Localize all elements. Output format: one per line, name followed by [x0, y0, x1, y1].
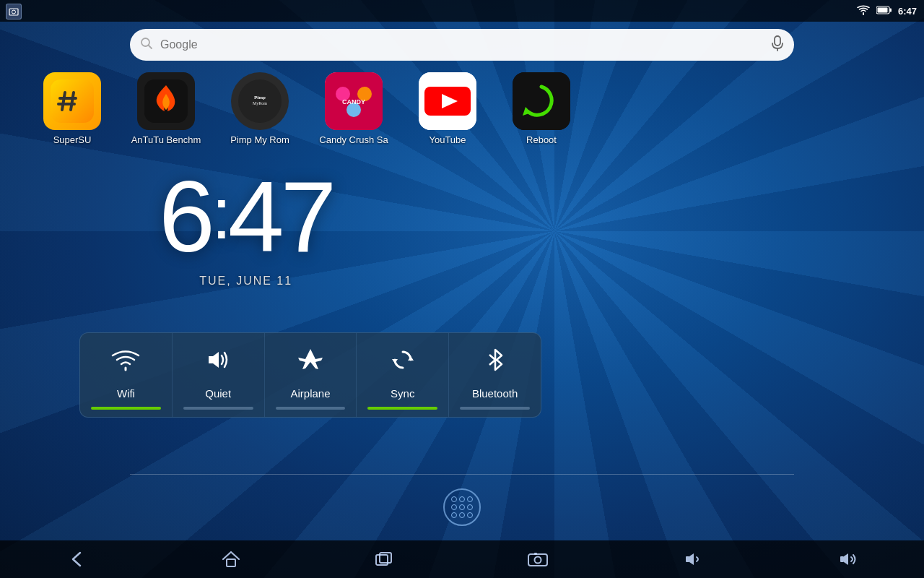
clock-time: 6:47 — [159, 166, 333, 267]
qs-wifi[interactable]: Wifi — [80, 333, 173, 417]
app-youtube[interactable]: YouTube — [411, 72, 484, 145]
app-icon-youtube — [419, 72, 476, 130]
app-icon-supersu — [43, 72, 101, 130]
qs-bluetooth-indicator — [460, 407, 530, 410]
clock-date: TUE, JUNE 11 — [159, 275, 333, 288]
app-label-youtube: YouTube — [411, 134, 484, 145]
search-input[interactable] — [160, 38, 764, 51]
status-bar-time: 6:47 — [898, 6, 917, 17]
app-pimp[interactable]: Pimp MyRom Pimp My Rom — [224, 72, 296, 145]
svg-rect-41 — [840, 556, 844, 562]
app-icon-reboot — [513, 72, 570, 130]
clock-colon: : — [212, 177, 228, 249]
apps-row: SuperSU AnTuTu Benchm Pimp MyRom Pimp My… — [36, 72, 888, 145]
app-supersu[interactable]: SuperSU — [36, 72, 108, 145]
svg-rect-3 — [889, 8, 892, 12]
search-icon — [140, 37, 153, 53]
search-bar[interactable] — [130, 29, 794, 61]
app-icon-antutu — [137, 72, 195, 130]
clock-widget: 6:47 TUE, JUNE 11 — [159, 166, 333, 288]
app-icon-candy: CANDY — [325, 72, 383, 130]
dot-6 — [467, 504, 473, 510]
battery-status-icon — [876, 6, 892, 17]
nav-home-button[interactable] — [207, 545, 255, 574]
bluetooth-icon — [480, 346, 510, 380]
svg-text:Pimp: Pimp — [254, 95, 266, 100]
wifi-status-icon — [856, 5, 871, 17]
sync-icon — [388, 346, 418, 380]
svg-line-6 — [149, 45, 152, 48]
svg-marker-38 — [689, 553, 694, 565]
qs-quiet[interactable]: Quiet — [173, 333, 265, 417]
quick-settings-panel: Wifi Quiet Airplane — [79, 332, 541, 418]
dot-2 — [459, 496, 465, 502]
qs-wifi-label: Wifi — [117, 387, 135, 400]
svg-rect-29 — [209, 356, 213, 363]
qs-sync[interactable]: Sync — [357, 333, 449, 417]
dot-1 — [451, 496, 457, 502]
app-label-pimp: Pimp My Rom — [224, 134, 296, 145]
qs-wifi-indicator — [91, 407, 161, 410]
qs-sync-indicator — [367, 407, 437, 410]
svg-rect-37 — [534, 553, 537, 555]
nav-screenshot-button[interactable] — [513, 545, 562, 573]
app-drawer-button[interactable] — [443, 488, 481, 526]
screenshot-status-icon — [6, 4, 22, 20]
svg-text:CANDY: CANDY — [342, 98, 365, 105]
separator-line — [130, 474, 794, 475]
app-label-supersu: SuperSU — [36, 134, 108, 145]
app-label-reboot: Reboot — [505, 134, 578, 145]
app-antutu[interactable]: AnTuTu Benchm — [130, 72, 202, 145]
qs-quiet-indicator — [183, 407, 253, 410]
qs-quiet-label: Quiet — [205, 387, 231, 400]
svg-rect-32 — [227, 559, 235, 566]
drawer-dots-grid — [451, 496, 473, 518]
app-reboot[interactable]: Reboot — [505, 72, 578, 145]
dot-9 — [467, 512, 473, 518]
dot-4 — [451, 504, 457, 510]
svg-text:MyRom: MyRom — [253, 101, 267, 105]
airplane-icon — [295, 346, 326, 380]
svg-marker-30 — [408, 356, 414, 361]
qs-airplane-indicator — [276, 407, 346, 410]
svg-rect-35 — [528, 554, 547, 566]
svg-rect-0 — [9, 9, 18, 15]
qs-airplane[interactable]: Airplane — [265, 333, 357, 417]
nav-volume-up-button[interactable] — [822, 545, 871, 573]
svg-rect-39 — [686, 556, 689, 562]
status-bar: 6:47 — [0, 0, 924, 22]
qs-bluetooth-label: Bluetooth — [472, 387, 518, 400]
dot-8 — [459, 512, 465, 518]
svg-marker-40 — [844, 553, 848, 565]
qs-sync-label: Sync — [391, 387, 414, 400]
nav-volume-down-button[interactable] — [668, 545, 717, 573]
svg-point-36 — [535, 557, 541, 564]
svg-rect-7 — [775, 36, 780, 46]
nav-recents-button[interactable] — [360, 545, 408, 573]
app-candy[interactable]: CANDY Candy Crush Sa — [318, 72, 390, 145]
dot-7 — [451, 512, 457, 518]
nav-back-button[interactable] — [53, 545, 102, 573]
app-label-candy: Candy Crush Sa — [318, 134, 390, 145]
qs-airplane-label: Airplane — [290, 387, 330, 400]
svg-marker-31 — [392, 359, 398, 363]
app-icon-pimp: Pimp MyRom — [231, 72, 289, 130]
quiet-icon — [203, 346, 233, 380]
dot-3 — [467, 496, 473, 502]
svg-rect-4 — [877, 7, 887, 12]
svg-rect-26 — [513, 72, 570, 130]
qs-bluetooth[interactable]: Bluetooth — [449, 333, 541, 417]
clock-hour: 6 — [159, 160, 212, 273]
clock-minutes: 47 — [228, 160, 334, 273]
app-label-antutu: AnTuTu Benchm — [130, 134, 202, 145]
svg-point-1 — [12, 10, 16, 14]
nav-bar — [0, 540, 924, 578]
wifi-icon — [110, 346, 141, 380]
svg-marker-28 — [213, 352, 219, 368]
dot-5 — [459, 504, 465, 510]
microphone-icon[interactable] — [771, 35, 784, 55]
